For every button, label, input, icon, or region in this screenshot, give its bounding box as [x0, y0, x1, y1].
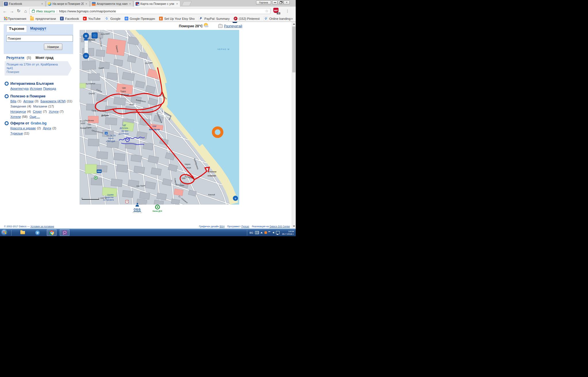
printer-icon[interactable]: [218, 24, 223, 28]
tab-apartments[interactable]: Апартаменти под наем ×: [90, 1, 133, 7]
obb-bank-marker[interactable]: ОББ: [97, 170, 102, 173]
dsk-bank-marker[interactable]: [94, 176, 98, 180]
credit-link[interactable]: Пулсат: [241, 225, 249, 228]
category-link[interactable]: Billa: [10, 99, 16, 103]
map-label: Цар: [122, 87, 126, 89]
scroll-down-icon[interactable]: [293, 226, 295, 227]
bookmark-bank[interactable]: UOnline banding: [264, 16, 291, 21]
category-link[interactable]: Заведения: [10, 105, 26, 108]
tab-close-icon[interactable]: ×: [41, 2, 44, 5]
bookmark-translate[interactable]: GGoogle Преводач: [125, 17, 155, 20]
category-link[interactable]: Хотели: [10, 115, 21, 118]
category-link[interactable]: Услуги: [49, 110, 59, 113]
tab-search[interactable]: Търсене: [6, 25, 27, 32]
start-button[interactable]: [1, 229, 8, 236]
zoom-slider[interactable]: [84, 39, 88, 54]
dsk-logo[interactable]: банка ДСК: [147, 205, 167, 212]
tab-facebook[interactable]: f Facebook ×: [2, 1, 45, 7]
home-icon[interactable]: ⌂: [22, 7, 29, 14]
tab-sea-pomorie[interactable]: На море в Поморие 201 ×: [46, 1, 90, 7]
tab-close-icon[interactable]: ×: [85, 2, 88, 5]
section-links-row: Заведения(4)Магазини(17): [10, 105, 72, 110]
close-button[interactable]: ×: [284, 1, 290, 5]
tab-close-icon[interactable]: ×: [129, 2, 131, 5]
bookmark-youtube[interactable]: ▶YouTube: [83, 17, 100, 20]
keyboard-icon[interactable]: [255, 231, 259, 234]
taskbar-chrome[interactable]: [47, 229, 57, 236]
category-link[interactable]: Банкомати (АТМ): [40, 99, 66, 103]
category-link[interactable]: Магазини: [33, 105, 47, 108]
tray-clock[interactable]: 14:04 26.7.2016 г.: [282, 230, 294, 235]
bookmark-paypal[interactable]: PPayPal: Summary: [199, 16, 230, 21]
layers-button[interactable]: [92, 32, 98, 39]
map-label: Тодор: [120, 90, 126, 93]
category-link[interactable]: Нотариуси: [10, 110, 26, 113]
forward-icon[interactable]: →: [8, 7, 15, 14]
credit-link[interactable]: BSH: [220, 225, 225, 228]
terms-link[interactable]: Условия за ползване: [30, 225, 54, 228]
credit-link[interactable]: Datecs GIS Center: [270, 225, 290, 228]
back-icon[interactable]: ←: [1, 7, 8, 14]
results-link[interactable]: Резултати: [6, 56, 24, 60]
map-canvas[interactable]: РопотамоВелекаБългарияЕвропаТимокОсогово…: [80, 30, 239, 205]
bookmarks-overflow-icon[interactable]: »: [291, 17, 293, 21]
bookmark-google[interactable]: GGoogle: [105, 16, 120, 21]
address-bar[interactable]: Има защита | https://www.bgmaps.com/map/…: [29, 8, 270, 14]
bookmark-folder[interactable]: предпочитани: [30, 17, 56, 20]
profile-button[interactable]: Гергана: [256, 1, 271, 5]
map-label: и Методий: [106, 140, 115, 143]
action-center-flag-icon[interactable]: [268, 231, 271, 234]
category-link[interactable]: Туризъм: [10, 132, 23, 135]
google-icon: G: [105, 16, 109, 21]
result-line1: Позиция на 170m от ул. Крайбрежна: [7, 63, 64, 66]
reload-icon[interactable]: ↻: [15, 7, 22, 14]
show-hidden-icons[interactable]: [260, 232, 263, 233]
page-scrollbar[interactable]: [292, 22, 296, 228]
obb-logo[interactable]: ОББ Член на НБГ Груп: [131, 205, 144, 213]
bookmark-pinterest[interactable]: P(152) Pinterest: [234, 17, 260, 20]
print-link[interactable]: Разпечатай: [224, 24, 242, 28]
bookmark-etsy[interactable]: ESet Up Your Etsy Sho: [159, 17, 195, 20]
restore-button[interactable]: [278, 1, 283, 5]
scroll-up-icon[interactable]: [293, 23, 295, 25]
result-item[interactable]: Позиция на 170m от ул. Крайбрежна №41 По…: [5, 61, 72, 76]
scrollbar-thumb[interactable]: [292, 26, 295, 72]
bookmark-facebook[interactable]: fFacebook: [60, 17, 79, 20]
tab-route[interactable]: Маршрут: [30, 26, 46, 31]
minimize-button[interactable]: [272, 1, 278, 5]
category-link[interactable]: Архитектура: [10, 87, 29, 90]
tab-close-icon[interactable]: ×: [176, 2, 179, 5]
tray-orange-icon[interactable]: [264, 231, 267, 234]
category-link[interactable]: Аптеки: [23, 99, 33, 103]
adblock-extension-icon[interactable]: ABP 36: [273, 8, 280, 14]
clock-time: 14:04: [282, 230, 294, 233]
bookmark-star-icon[interactable]: ☆: [265, 9, 268, 13]
pharmacy-marker[interactable]: +: [125, 200, 129, 203]
taskbar-ie[interactable]: e: [33, 229, 42, 236]
find-button[interactable]: Намери: [44, 44, 62, 50]
new-tab-button[interactable]: [181, 1, 192, 6]
category-link[interactable]: Природа: [43, 87, 56, 90]
tab-pomorie-map[interactable]: Карта на Поморие с ули ×: [134, 1, 180, 7]
bookmark-apps[interactable]: Приложения: [4, 17, 26, 20]
section-title: Полезно в Поморие: [5, 94, 72, 98]
category-link[interactable]: Красота и здраве: [10, 126, 36, 130]
zoom-out-button[interactable]: −: [83, 53, 89, 59]
bookmark-label: Приложения: [8, 17, 26, 20]
volume-icon[interactable]: [273, 232, 274, 234]
mycity-label[interactable]: Моят град: [36, 56, 54, 60]
stop-badge[interactable]: 11: [105, 132, 108, 134]
network-icon[interactable]: [276, 231, 280, 234]
taskbar-viber[interactable]: [60, 229, 69, 236]
search-input[interactable]: [6, 35, 73, 42]
abp-badge: 36: [277, 12, 280, 14]
expand-button[interactable]: +: [233, 196, 238, 201]
browser-menu-icon[interactable]: ⋮: [284, 7, 291, 14]
zoom-in-button[interactable]: +: [83, 33, 89, 39]
language-indicator[interactable]: BG: [249, 231, 253, 234]
category-link[interactable]: История: [30, 87, 42, 90]
category-link[interactable]: Други: [43, 126, 51, 130]
category-link[interactable]: Още ...: [30, 115, 40, 118]
taskbar-explorer[interactable]: [18, 229, 28, 236]
category-link[interactable]: Спорт: [33, 110, 42, 113]
